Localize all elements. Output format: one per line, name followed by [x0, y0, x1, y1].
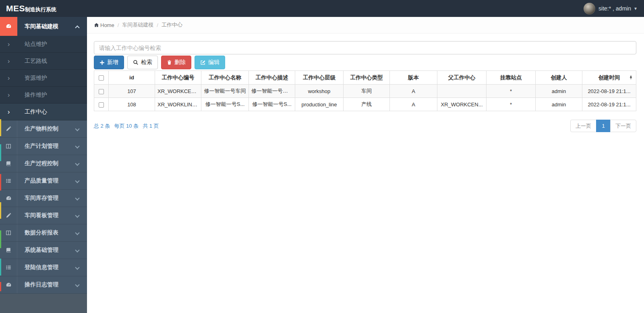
app-logo: MES制造执行系统: [0, 4, 87, 13]
breadcrumb-home-label: Home: [100, 22, 114, 28]
cell-name: 修一智能一号车间: [201, 85, 249, 98]
sidebar-item-process-control[interactable]: 生产过程控制: [0, 155, 87, 172]
cell-type: 车间: [344, 85, 390, 98]
select-all-checkbox[interactable]: [99, 75, 104, 81]
sidebar-item-material-control[interactable]: 生产物料控制: [0, 120, 87, 138]
table-row: 107 XR_WORKCEN... 修一智能一号车间 修一智能一号车间 work…: [94, 85, 636, 98]
column-header-station: 挂靠站点: [487, 71, 536, 85]
breadcrumb-item[interactable]: 车间基础建模: [122, 21, 153, 29]
angle-right-icon: ›: [0, 91, 17, 98]
cell-type: 产线: [344, 98, 390, 111]
plus-icon: [99, 60, 105, 65]
trash-icon: [167, 60, 172, 65]
search-icon: [133, 60, 139, 65]
column-header-id: id: [109, 71, 155, 85]
sidebar-subitem-station[interactable]: › 站点维护: [0, 36, 87, 53]
row-select-cell: [94, 98, 109, 111]
table-row: 108 XR_WORKLINE... 修一智能一号S... 修一智能一号S...…: [94, 98, 636, 111]
search-button[interactable]: 检索: [127, 56, 158, 69]
pagination-summary: 总 2 条 每页 10 条 共 1 页: [94, 122, 159, 130]
column-header-level: 工作中心层级: [295, 71, 344, 85]
row-checkbox[interactable]: [99, 89, 104, 94]
pin-icon[interactable]: [629, 75, 633, 80]
cell-desc: 修一智能一号车间: [249, 85, 295, 98]
home-icon: [94, 23, 99, 28]
sidebar-item-label: 产品质量管理: [17, 177, 76, 184]
sidebar-subitem-resource[interactable]: › 资源维护: [0, 70, 87, 87]
cell-creator: admin: [536, 85, 582, 98]
search-button-label: 检索: [141, 59, 152, 66]
sidebar-subitem-label: 工艺路线: [17, 58, 47, 65]
delete-button-label: 删除: [174, 59, 186, 66]
sidebar-item-quality-management[interactable]: 产品质量管理: [0, 172, 87, 190]
add-button[interactable]: 新增: [94, 56, 124, 69]
sidebar-item-label: 生产计划管理: [17, 143, 76, 150]
sidebar-item-kanban-management[interactable]: 车间看板管理: [0, 207, 87, 224]
cell-id: 108: [109, 98, 155, 111]
cell-creator: admin: [536, 98, 582, 111]
breadcrumb: Home / 车间基础建模 / 工作中心: [87, 17, 644, 33]
chevron-down-icon: [75, 282, 79, 287]
sidebar: 车间基础建模 › 站点维护 › 工艺路线 › 资源维护 › 操作维: [0, 17, 87, 313]
sidebar-subitem-process-route[interactable]: › 工艺路线: [0, 53, 87, 70]
sidebar-item-inventory-management[interactable]: 车间库存管理: [0, 190, 87, 207]
prev-page-button[interactable]: 上一页: [570, 120, 596, 132]
column-header-parent: 父工作中心: [437, 71, 487, 85]
dashboard-icon: [0, 276, 17, 293]
sidebar-subitem-label: 操作维护: [17, 91, 47, 99]
select-all-cell: [94, 71, 109, 85]
add-button-label: 新增: [107, 59, 118, 66]
breadcrumb-current: 工作中心: [162, 21, 182, 29]
sidebar-item-label: 登陆信息管理: [17, 264, 76, 271]
chevron-down-icon: [75, 196, 79, 200]
app-window: MES制造执行系统 site:* , admin ▾ 车间基础建模 › 站点维护: [0, 0, 644, 313]
pencil-icon: [0, 120, 17, 137]
sidebar-item-login-info[interactable]: 登陆信息管理: [0, 259, 87, 276]
columns-icon: [0, 224, 17, 241]
book-icon: [0, 155, 17, 172]
angle-right-icon: ›: [0, 75, 17, 81]
sidebar-submenu: › 站点维护 › 工艺路线 › 资源维护 › 操作维护 › 工作中心: [0, 36, 87, 120]
sidebar-item-system-management[interactable]: 系统基础管理: [0, 242, 87, 259]
chevron-down-icon: [75, 248, 79, 252]
cell-code: XR_WORKCEN...: [155, 85, 201, 98]
cell-code: XR_WORKLINE...: [155, 98, 201, 111]
column-header-creator: 创建人: [536, 71, 582, 85]
search-input[interactable]: [94, 41, 636, 54]
chevron-up-icon: [75, 25, 79, 30]
breadcrumb-separator: /: [157, 22, 158, 28]
edit-button[interactable]: 编辑: [195, 56, 225, 69]
angle-right-icon: ›: [0, 108, 17, 115]
user-menu[interactable]: site:* , admin ▾: [584, 3, 644, 15]
sidebar-item-plan-management[interactable]: 生产计划管理: [0, 138, 87, 155]
column-header-name: 工作中心名称: [201, 71, 249, 85]
pagination-pages: 共 1 页: [143, 122, 159, 130]
sidebar-subitem-operation[interactable]: › 操作维护: [0, 87, 87, 104]
breadcrumb-home-link[interactable]: Home: [94, 22, 114, 28]
sidebar-item-operation-log[interactable]: 操作日志管理: [0, 276, 87, 294]
delete-button[interactable]: 删除: [161, 56, 191, 69]
pencil-icon: [0, 207, 17, 224]
page-1-button[interactable]: 1: [596, 120, 611, 132]
chevron-down-icon: [75, 178, 79, 183]
dashboard-icon: [0, 190, 17, 207]
cell-level: production_line: [295, 98, 344, 111]
cell-station: *: [487, 85, 536, 98]
angle-right-icon: ›: [0, 41, 17, 48]
row-checkbox[interactable]: [99, 102, 104, 108]
list-icon: [0, 172, 17, 189]
toolbar: 新增 检索 删除: [94, 56, 636, 69]
next-page-button[interactable]: 下一页: [610, 120, 636, 132]
sidebar-item-label: 车间看板管理: [17, 212, 76, 219]
user-avatar[interactable]: [584, 3, 595, 15]
logo-rest: 制造执行系统: [25, 6, 56, 13]
sidebar-subitem-work-center[interactable]: › 工作中心: [0, 104, 87, 120]
sidebar-item-workshop-modeling[interactable]: 车间基础建模: [0, 17, 87, 36]
sidebar-item-label: 车间库存管理: [17, 195, 76, 202]
cell-created: 2022-08-19 21:1...: [582, 98, 636, 111]
sidebar-item-data-analysis[interactable]: 数据分析报表: [0, 224, 87, 242]
column-header-desc: 工作中心描述: [249, 71, 295, 85]
work-center-table: id 工作中心编号 工作中心名称 工作中心描述 工作中心层级 工作中心类型 版本…: [94, 70, 636, 111]
columns-icon: [0, 138, 17, 155]
sidebar-item-label: 操作日志管理: [17, 281, 76, 288]
